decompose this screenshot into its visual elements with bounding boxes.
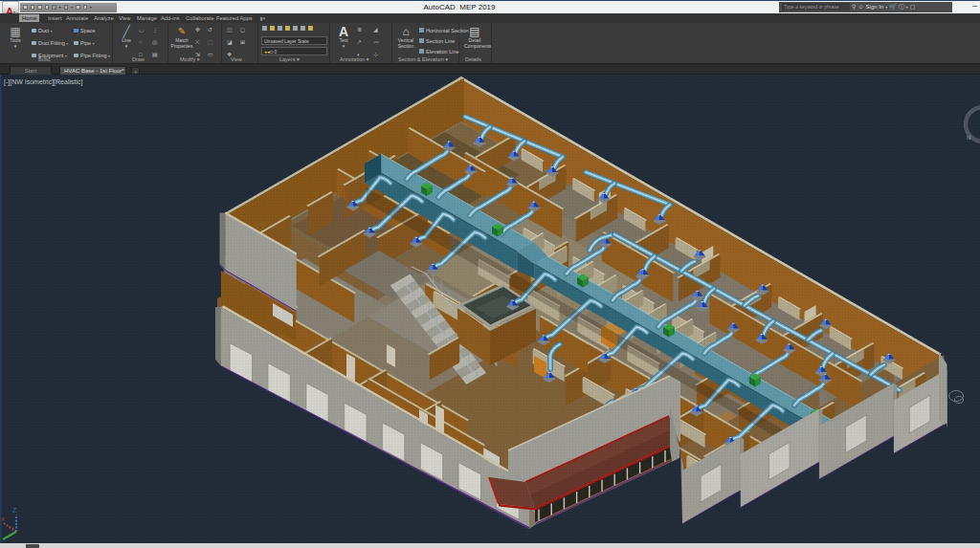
svg-text:Z: Z <box>12 507 17 514</box>
svg-text:[-][NW Isometric][Realistic]: [-][NW Isometric][Realistic] <box>4 78 83 86</box>
svg-text:X: X <box>1 516 5 522</box>
svg-text:N: N <box>967 135 970 141</box>
